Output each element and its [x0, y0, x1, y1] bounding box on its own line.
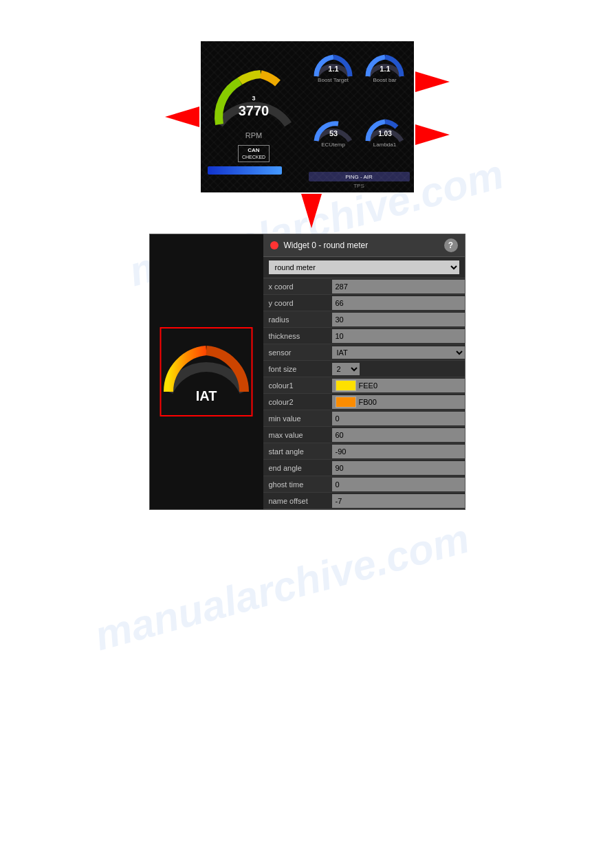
bottom-section: IAT Widget 0 - round meter ? round meter	[0, 220, 614, 551]
iat-arc-svg	[162, 340, 251, 395]
colour1-swatch: FEE0	[332, 379, 465, 392]
input-radius[interactable]	[332, 313, 465, 326]
select-sensor[interactable]: IAT	[332, 346, 465, 359]
can-text: CAN	[242, 147, 265, 154]
editor-header: Widget 0 - round meter ?	[263, 234, 465, 257]
boost-target-label: Boost Target	[318, 77, 349, 83]
editor-container: IAT Widget 0 - round meter ? round meter	[149, 234, 465, 510]
label-thickness: thickness	[263, 330, 332, 342]
dashboard-container: 3 3770 RPM CAN CHECKED	[201, 41, 414, 192]
colour1-box[interactable]	[336, 380, 356, 391]
prop-row-ycoord: y coord	[263, 295, 465, 311]
checked-text: CHECKED	[242, 154, 265, 160]
prop-row-xcoord: x coord	[263, 278, 465, 295]
top-section: 3 3770 RPM CAN CHECKED	[0, 0, 614, 220]
boost-bar-gauge: 1.1 Boost bar	[360, 45, 410, 108]
svg-text:1.1: 1.1	[328, 65, 338, 73]
label-startangle: start angle	[263, 445, 332, 458]
input-nameoffset[interactable]	[332, 494, 465, 508]
label-maxvalue: max value	[263, 429, 332, 441]
label-nameoffset: name offset	[263, 495, 332, 507]
rpm-arc-svg: 3 3770	[209, 59, 298, 135]
editor-properties: Widget 0 - round meter ? round meter x c…	[263, 234, 465, 509]
iat-label: IAT	[196, 388, 217, 404]
svg-text:1.03: 1.03	[378, 130, 392, 137]
input-startangle[interactable]	[332, 445, 465, 458]
ping-air-bar: PING - AIR	[309, 172, 410, 181]
svg-text:1.1: 1.1	[380, 65, 390, 73]
rpm-panel: 3 3770 RPM CAN CHECKED	[201, 41, 307, 192]
prop-row-thickness: thickness	[263, 328, 465, 344]
input-endangle[interactable]	[332, 461, 465, 475]
colour1-value: FEE0	[359, 381, 378, 390]
rpm-gauge: 3 3770	[209, 59, 298, 135]
label-minvalue: min value	[263, 412, 332, 425]
arrow-right-top	[415, 71, 450, 92]
ping-air-label: PING - AIR	[345, 174, 373, 180]
input-ycoord[interactable]	[332, 296, 465, 310]
editor-preview: IAT	[150, 234, 263, 509]
tps-label: TPS	[309, 183, 410, 189]
help-button[interactable]: ?	[444, 238, 458, 252]
iat-gauge-wrapper: IAT	[162, 340, 251, 404]
widget-type-row: round meter	[263, 257, 465, 278]
prop-row-maxvalue: max value	[263, 427, 465, 443]
properties-table: x coord y coord radius thickness	[263, 278, 465, 509]
ecu-temp-arc: 53	[311, 110, 355, 144]
bottom-right: PING - AIR TPS	[307, 172, 414, 192]
header-dot	[270, 241, 278, 249]
input-minvalue[interactable]	[332, 412, 465, 425]
arrow-left	[165, 107, 199, 127]
tps-bar-fill-left	[208, 166, 282, 175]
label-endangle: end angle	[263, 462, 332, 474]
prop-row-colour2: colour2 FB00	[263, 394, 465, 410]
prop-row-sensor: sensor IAT	[263, 344, 465, 361]
prop-row-colour1: colour1 FEE0	[263, 377, 465, 394]
svg-marker-2	[415, 124, 450, 145]
label-radius: radius	[263, 313, 332, 326]
prop-row-startangle: start angle	[263, 443, 465, 460]
dashboard-display: 3 3770 RPM CAN CHECKED	[201, 41, 414, 192]
svg-marker-1	[415, 71, 450, 92]
lambda-gauge: 1.03 Lambda1	[360, 110, 410, 173]
boost-bar-arc: 1.1	[362, 45, 407, 80]
boost-target-gauge: 1.1 Boost Target	[309, 45, 358, 108]
boost-target-arc: 1.1	[311, 45, 355, 80]
label-fontsize: font size	[263, 363, 332, 375]
widget-type-select[interactable]: round meter	[269, 260, 459, 274]
can-checked-badge: CAN CHECKED	[238, 145, 270, 162]
colour2-value: FB00	[359, 398, 377, 406]
lambda-arc: 1.03	[362, 110, 407, 144]
prop-row-endangle: end angle	[263, 460, 465, 476]
prop-row-fontsize: font size 2	[263, 361, 465, 377]
prop-row-minvalue: min value	[263, 410, 465, 427]
input-thickness[interactable]	[332, 329, 465, 343]
lambda-label: Lambda1	[373, 142, 396, 148]
label-ghosttime: ghost time	[263, 478, 332, 491]
mini-gauges-grid: 1.1 Boost Target 1.1 Boost bar	[307, 41, 414, 172]
prop-row-radius: radius	[263, 311, 465, 328]
input-xcoord[interactable]	[332, 280, 465, 293]
label-ycoord: y coord	[263, 297, 332, 309]
label-colour2: colour2	[263, 396, 332, 408]
boost-bar-label: Boost bar	[373, 77, 396, 83]
svg-marker-0	[165, 107, 199, 127]
ecu-temp-label: ECUtemp	[321, 142, 345, 148]
input-ghosttime[interactable]	[332, 478, 465, 491]
tps-bar-left	[208, 166, 300, 175]
svg-text:3770: 3770	[239, 103, 270, 118]
label-sensor: sensor	[263, 346, 332, 359]
colour2-swatch: FB00	[332, 395, 465, 409]
colour2-box[interactable]	[336, 397, 356, 408]
input-maxvalue[interactable]	[332, 428, 465, 442]
svg-text:53: 53	[329, 129, 338, 137]
label-xcoord: x coord	[263, 280, 332, 293]
select-fontsize[interactable]: 2	[332, 363, 360, 375]
arrow-right-bottom	[415, 124, 450, 145]
prop-row-nameoffset: name offset	[263, 493, 465, 509]
prop-row-ghosttime: ghost time	[263, 476, 465, 493]
label-colour1: colour1	[263, 379, 332, 392]
svg-text:3: 3	[252, 95, 255, 102]
ecu-temp-gauge: 53 ECUtemp	[309, 110, 358, 173]
editor-title: Widget 0 - round meter	[284, 241, 439, 250]
